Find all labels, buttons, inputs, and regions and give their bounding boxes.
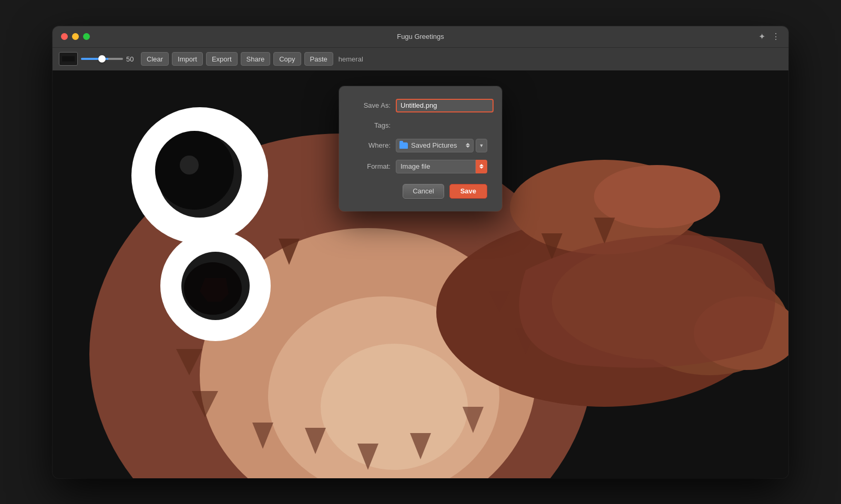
where-label: Where: [354,141,391,149]
canvas-area[interactable]: Save As: Tags: Where: Saved Pictures [53,70,788,478]
format-row: Format: Image file [354,160,487,173]
dialog-buttons: Cancel Save [354,184,487,199]
import-button[interactable]: Import [172,52,203,66]
paste-button[interactable]: Paste [304,52,333,66]
where-dropdown-btn[interactable]: ▼ [476,139,487,152]
tags-row: Tags: [354,120,487,131]
where-container: Saved Pictures ▼ [396,139,487,152]
clear-button[interactable]: Clear [141,52,169,66]
where-row: Where: Saved Pictures ▼ [354,139,487,152]
brush-preview [59,52,78,66]
titlebar-right-icons: ✦ ⋮ [758,32,780,42]
save-dialog: Save As: Tags: Where: Saved Pictures [339,86,502,211]
brush-inner [62,56,75,61]
format-stepper-btn[interactable] [476,160,487,173]
slider-value: 50 [126,55,138,63]
save-as-input[interactable] [396,99,494,112]
extension-icon[interactable]: ✦ [758,32,765,42]
export-button[interactable]: Export [206,52,238,66]
window-title: Fugu Greetings [397,33,444,40]
where-select[interactable]: Saved Pictures [396,139,474,152]
brush-size-slider[interactable] [81,58,123,60]
tags-label: Tags: [354,121,391,129]
slider-container: 50 [81,55,138,63]
menu-icon[interactable]: ⋮ [772,32,780,42]
format-label: Format: [354,162,391,170]
folder-icon [399,142,408,149]
minimize-button[interactable] [72,33,79,40]
maximize-button[interactable] [83,33,90,40]
save-as-label: Save As: [354,101,391,109]
tags-input[interactable] [396,120,487,131]
cancel-button[interactable]: Cancel [403,184,444,199]
modal-overlay: Save As: Tags: Where: Saved Pictures [53,70,788,478]
format-select[interactable]: Image file [396,160,476,173]
share-button[interactable]: Share [241,52,271,66]
save-button[interactable]: Save [449,184,487,199]
close-button[interactable] [61,33,68,40]
window-controls [61,33,90,40]
save-as-row: Save As: [354,99,487,112]
titlebar: Fugu Greetings ✦ ⋮ [53,26,788,47]
format-value: Image file [401,162,430,170]
copy-button[interactable]: Copy [273,52,301,66]
app-window: Fugu Greetings ✦ ⋮ 50 Clear Import Expor… [53,26,788,478]
ephemeral-text: hemeral [339,55,363,63]
toolbar: 50 Clear Import Export Share Copy Paste … [53,47,788,70]
where-select-text: Saved Pictures [411,141,460,149]
format-container: Image file [396,160,487,173]
